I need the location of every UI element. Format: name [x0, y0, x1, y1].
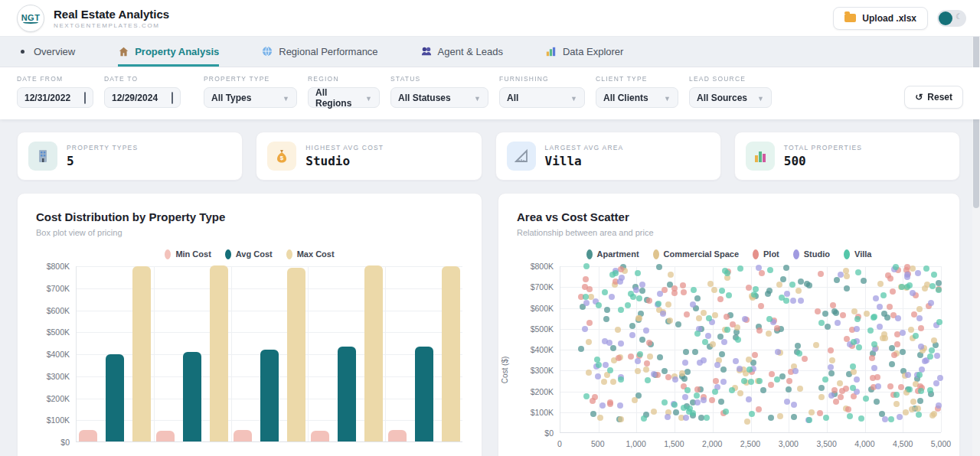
scatter-point-plot[interactable] [583, 276, 589, 282]
scatter-point-studio[interactable] [602, 338, 608, 344]
scatter-point-villa[interactable] [618, 376, 624, 383]
scatter-point-studio[interactable] [639, 282, 645, 288]
scatter-point-plot[interactable] [918, 325, 924, 331]
scatter-point-apartment[interactable] [681, 376, 688, 382]
scatter-point-villa[interactable] [704, 415, 710, 421]
scatter-point-villa[interactable] [694, 331, 701, 337]
scatter-point-plot[interactable] [828, 347, 834, 353]
bar-max-cost[interactable] [132, 266, 151, 441]
scatter-point-studio[interactable] [882, 416, 888, 422]
scatter-point-plot[interactable] [898, 384, 904, 390]
scatter-point-plot[interactable] [887, 275, 893, 282]
scatter-point-commercial-space[interactable] [795, 288, 802, 294]
bar-max-cost[interactable] [210, 265, 228, 441]
select-input[interactable]: All Statuses▼ [390, 87, 488, 108]
scatter-point-plot[interactable] [616, 355, 622, 361]
scatter-point-villa[interactable] [636, 295, 642, 301]
scatter-point-villa[interactable] [681, 405, 687, 411]
scatter-point-commercial-space[interactable] [586, 370, 592, 376]
scatter-point-studio[interactable] [791, 402, 797, 408]
scatter-point-apartment[interactable] [900, 349, 906, 355]
select-input[interactable]: All Sources▼ [689, 87, 772, 108]
scatter-point-villa[interactable] [690, 410, 696, 416]
scatter-point-studio[interactable] [918, 344, 924, 350]
scatter-point-studio[interactable] [875, 383, 881, 389]
scatter-point-apartment[interactable] [610, 345, 616, 351]
scatter-point-villa[interactable] [931, 272, 937, 278]
legend-item-villa[interactable]: Villa [844, 248, 871, 260]
scatter-point-studio[interactable] [682, 360, 688, 366]
scatter-point-plot[interactable] [887, 304, 893, 310]
scatter-point-villa[interactable] [583, 393, 590, 399]
scatter-point-studio[interactable] [784, 291, 790, 297]
scatter-point-studio[interactable] [690, 301, 696, 308]
scatter-point-plot[interactable] [838, 394, 844, 400]
scatter-point-apartment[interactable] [603, 316, 609, 322]
scatter-point-studio[interactable] [835, 320, 841, 326]
scatter-point-apartment[interactable] [673, 409, 679, 415]
scatter-point-studio[interactable] [683, 415, 689, 421]
scatter-point-studio[interactable] [705, 333, 711, 339]
scatter-point-studio[interactable] [775, 349, 781, 355]
scatter-point-villa[interactable] [855, 269, 861, 275]
scatter-point-commercial-space[interactable] [635, 315, 642, 321]
scatter-point-villa[interactable] [818, 320, 825, 326]
scatter-point-villa[interactable] [880, 292, 887, 298]
scatter-point-plot[interactable] [680, 282, 686, 288]
scatter-point-apartment[interactable] [806, 282, 812, 288]
scatter-point-studio[interactable] [915, 270, 921, 276]
scatter-point-villa[interactable] [746, 366, 753, 373]
scatter-point-studio[interactable] [617, 402, 623, 409]
scatter-point-commercial-space[interactable] [881, 331, 887, 337]
scatter-point-villa[interactable] [806, 417, 812, 423]
scatter-point-villa[interactable] [774, 376, 780, 383]
scatter-point-studio[interactable] [904, 274, 910, 280]
scatter-point-commercial-space[interactable] [910, 399, 916, 405]
scatter-point-villa[interactable] [936, 287, 942, 293]
scatter-point-commercial-space[interactable] [647, 353, 653, 360]
scatter-point-commercial-space[interactable] [701, 310, 707, 316]
scatter-point-commercial-space[interactable] [829, 357, 835, 363]
scatter-point-commercial-space[interactable] [808, 409, 815, 415]
scatter-point-studio[interactable] [828, 392, 835, 399]
scatter-point-villa[interactable] [655, 301, 662, 307]
bar-avg-cost[interactable] [106, 354, 124, 441]
legend-item-commercial-space[interactable]: Commercial Space [653, 248, 739, 260]
scatter-point-studio[interactable] [905, 372, 911, 378]
scatter-point-commercial-space[interactable] [679, 370, 685, 376]
scatter-point-apartment[interactable] [795, 343, 801, 349]
scatter-point-commercial-space[interactable] [744, 419, 750, 425]
bar-min-cost[interactable] [234, 430, 252, 441]
scatter-point-villa[interactable] [936, 319, 942, 325]
dark-mode-toggle[interactable]: ☾ [937, 10, 966, 27]
scatter-point-plot[interactable] [845, 406, 851, 412]
scatter-point-villa[interactable] [749, 411, 755, 417]
date-input[interactable]: 12/31/2022 [17, 87, 93, 108]
scatter-point-studio[interactable] [742, 316, 748, 322]
scatter-point-studio[interactable] [838, 272, 844, 278]
date-input[interactable]: 12/29/2024 [104, 87, 181, 108]
scatter-point-studio[interactable] [934, 353, 940, 359]
scatter-point-apartment[interactable] [662, 368, 668, 374]
scatter-point-plot[interactable] [709, 397, 715, 403]
scatter-point-studio[interactable] [733, 358, 739, 364]
scatter-point-villa[interactable] [609, 272, 616, 278]
scatter-point-studio[interactable] [619, 275, 625, 281]
scatter-point-villa[interactable] [871, 314, 877, 320]
scatter-point-commercial-space[interactable] [604, 372, 610, 378]
scatter-point-villa[interactable] [767, 267, 773, 273]
bar-min-cost[interactable] [388, 430, 407, 441]
scatter-point-villa[interactable] [929, 283, 936, 289]
scatter-point-commercial-space[interactable] [797, 386, 803, 392]
select-input[interactable]: All▼ [499, 87, 585, 108]
bar-max-cost[interactable] [287, 268, 305, 441]
scatter-point-villa[interactable] [637, 351, 643, 357]
scatter-point-plot[interactable] [590, 398, 596, 404]
scatter-point-plot[interactable] [684, 311, 690, 318]
scatter-point-villa[interactable] [850, 385, 856, 391]
legend-item-max-cost[interactable]: Max Cost [286, 248, 335, 260]
scatter-point-plot[interactable] [759, 270, 765, 276]
scatter-point-plot[interactable] [758, 303, 764, 309]
scatter-point-commercial-space[interactable] [844, 273, 850, 279]
scatter-point-commercial-space[interactable] [916, 306, 923, 312]
